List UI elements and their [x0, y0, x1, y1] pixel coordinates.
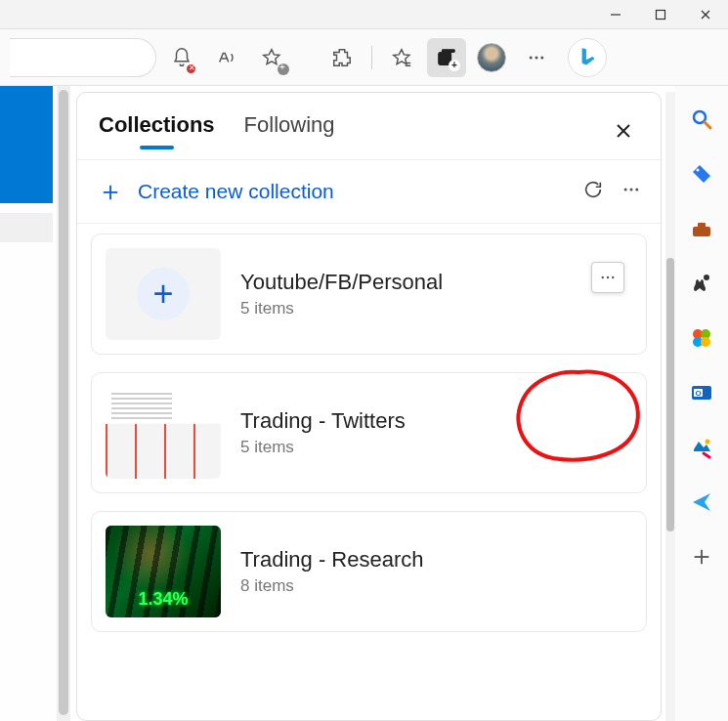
- collection-card[interactable]: Trading - Twitters 5 items: [91, 372, 647, 493]
- games-sidebar-icon[interactable]: [688, 270, 715, 297]
- create-row-actions: [582, 179, 641, 205]
- tab-following[interactable]: Following: [244, 112, 335, 149]
- svg-rect-7: [442, 49, 454, 52]
- tools-sidebar-icon[interactable]: [688, 215, 715, 242]
- tab-collections[interactable]: Collections: [99, 112, 215, 149]
- svg-point-10: [540, 56, 543, 59]
- collections-panel: Collections Following ＋ Create new colle…: [76, 92, 662, 721]
- svg-point-8: [530, 56, 533, 59]
- collection-card[interactable]: + Youtube/FB/Personal 5 items: [91, 233, 647, 355]
- create-collection-label: Create new collection: [138, 180, 334, 203]
- shopping-sidebar-icon[interactable]: [688, 160, 715, 188]
- bing-chat-button[interactable]: [568, 38, 607, 77]
- page-scroll-thumb[interactable]: [59, 90, 68, 715]
- svg-text:O: O: [695, 389, 701, 398]
- send-sidebar-icon[interactable]: [688, 488, 715, 516]
- svg-point-14: [630, 188, 633, 191]
- notifications-icon[interactable]: [162, 38, 201, 77]
- svg-point-24: [704, 275, 709, 280]
- collections-panel-wrap: Collections Following ＋ Create new colle…: [70, 86, 728, 721]
- page-content-stub: [0, 86, 57, 721]
- page-blue-region: [0, 86, 53, 203]
- collection-title: Trading - Research: [240, 547, 423, 573]
- plus-icon: ＋: [97, 178, 124, 205]
- maximize-button[interactable]: [638, 0, 683, 29]
- collection-title: Trading - Twitters: [240, 408, 406, 434]
- address-bar-right-edge[interactable]: [10, 38, 156, 77]
- svg-point-13: [624, 188, 627, 191]
- thumbnail-stock-image: 1.34%: [106, 526, 221, 617]
- panel-scroll-thumb[interactable]: [666, 258, 674, 531]
- svg-rect-1: [657, 10, 665, 19]
- collection-text: Trading - Twitters 5 items: [240, 408, 406, 457]
- refresh-icon[interactable]: [582, 179, 604, 205]
- page-light-bar: [0, 213, 53, 242]
- panel-more-icon[interactable]: [621, 180, 641, 204]
- svg-rect-22: [693, 227, 710, 236]
- svg-point-18: [612, 276, 614, 278]
- svg-rect-23: [698, 223, 706, 228]
- collections-list: + Youtube/FB/Personal 5 items T: [77, 224, 661, 652]
- avatar-image: [477, 43, 506, 72]
- create-collection-row[interactable]: ＋ Create new collection: [77, 160, 661, 223]
- browser-toolbar: +: [0, 29, 728, 86]
- thumbnail-plus-icon: +: [137, 268, 190, 320]
- read-aloud-icon[interactable]: [207, 38, 246, 77]
- notifications-blocked-badge: [185, 63, 197, 75]
- collection-text: Trading - Research 8 items: [240, 547, 423, 596]
- add-sidebar-icon[interactable]: [688, 543, 715, 571]
- outlook-sidebar-icon[interactable]: O: [688, 379, 715, 406]
- toolbar-divider: [371, 46, 372, 69]
- favorites-list-icon[interactable]: [382, 38, 421, 77]
- collection-text: Youtube/FB/Personal 5 items: [240, 270, 443, 318]
- close-panel-button[interactable]: [608, 115, 639, 147]
- svg-point-17: [607, 276, 609, 278]
- panel-tabs: Collections Following: [77, 93, 661, 159]
- window-titlebar: [0, 0, 728, 29]
- collections-toolbar-button[interactable]: +: [427, 38, 466, 77]
- edge-sidebar: O: [675, 86, 728, 721]
- svg-point-15: [635, 188, 638, 191]
- page-scrollbar[interactable]: [57, 86, 70, 721]
- collection-subtitle: 8 items: [240, 576, 423, 596]
- collection-thumbnail: +: [106, 248, 221, 340]
- more-menu-icon[interactable]: [517, 38, 556, 77]
- thumbnail-stock-text: 1.34%: [138, 589, 188, 610]
- favorite-add-badge: [278, 64, 289, 75]
- thumbnail-chart-image: [106, 387, 221, 479]
- svg-point-28: [701, 337, 710, 347]
- svg-point-16: [602, 276, 604, 278]
- svg-point-32: [706, 440, 710, 445]
- collection-subtitle: 5 items: [240, 299, 443, 318]
- panel-scrollbar[interactable]: [665, 92, 675, 721]
- favorite-icon[interactable]: [252, 38, 291, 77]
- m365-sidebar-icon[interactable]: [688, 324, 715, 352]
- profile-avatar[interactable]: [472, 38, 511, 77]
- svg-point-9: [535, 56, 538, 59]
- collection-thumbnail: 1.34%: [106, 526, 221, 617]
- search-sidebar-icon[interactable]: [688, 106, 715, 133]
- close-window-button[interactable]: [683, 0, 728, 29]
- collection-card[interactable]: 1.34% Trading - Research 8 items: [91, 511, 647, 632]
- content-area: Collections Following ＋ Create new colle…: [0, 86, 728, 721]
- svg-point-21: [697, 169, 700, 172]
- extensions-icon[interactable]: [322, 38, 362, 77]
- image-creator-sidebar-icon[interactable]: [688, 434, 715, 461]
- collection-more-button[interactable]: [591, 262, 624, 293]
- collection-subtitle: 5 items: [240, 438, 406, 457]
- minimize-button[interactable]: [593, 0, 638, 29]
- svg-line-20: [705, 122, 710, 128]
- collection-thumbnail: [106, 387, 221, 479]
- collections-add-badge: +: [449, 60, 460, 71]
- collection-title: Youtube/FB/Personal: [240, 270, 443, 295]
